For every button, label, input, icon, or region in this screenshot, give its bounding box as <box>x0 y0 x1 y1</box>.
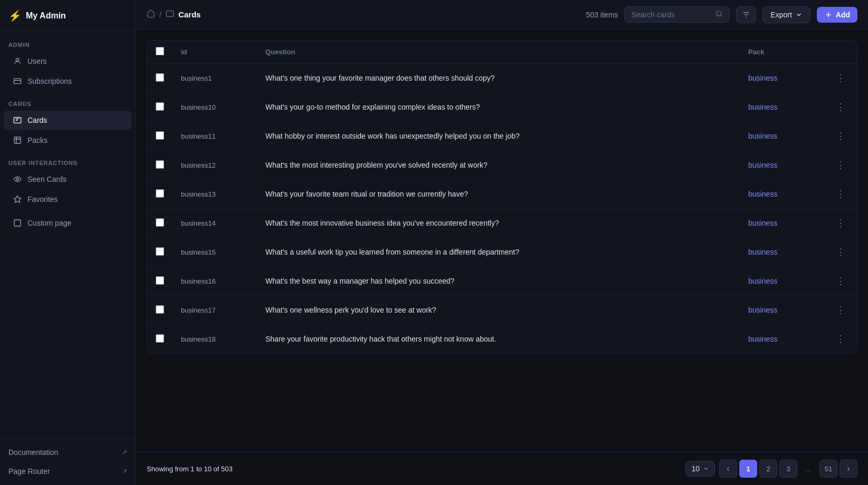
seen-cards-icon <box>13 174 22 184</box>
svg-rect-6 <box>14 220 21 226</box>
row-checkbox-cell <box>147 267 173 296</box>
row-actions-7: ⋮ <box>824 267 857 296</box>
next-page-button[interactable]: › <box>840 460 857 478</box>
row-more-button-0[interactable]: ⋮ <box>833 71 848 85</box>
per-page-select[interactable]: 10 <box>685 461 715 477</box>
row-checkbox-3[interactable] <box>156 160 164 169</box>
row-actions-2: ⋮ <box>824 122 857 151</box>
sidebar-page-router[interactable]: Page Router ↗ <box>0 462 136 481</box>
svg-rect-3 <box>14 137 21 143</box>
subscriptions-icon <box>13 76 22 86</box>
row-question-8: What's one wellness perk you'd love to s… <box>257 296 740 325</box>
pack-link-3[interactable]: business <box>748 161 777 169</box>
pack-link-5[interactable]: business <box>748 219 777 227</box>
row-checkbox-6[interactable] <box>156 247 164 256</box>
row-checkbox-8[interactable] <box>156 305 164 314</box>
pack-link-9[interactable]: business <box>748 335 777 343</box>
row-checkbox-4[interactable] <box>156 189 164 198</box>
logo-icon: ⚡ <box>8 9 22 22</box>
row-id-7: business16 <box>173 267 257 296</box>
page-header: / Cards 503 items Export <box>136 0 868 30</box>
pack-link-7[interactable]: business <box>748 277 777 285</box>
users-icon <box>13 56 22 66</box>
export-button[interactable]: Export <box>762 6 810 23</box>
main-content: / Cards 503 items Export <box>136 0 868 485</box>
row-checkbox-cell <box>147 238 173 267</box>
table-row: business13 What's your favorite team rit… <box>147 180 857 209</box>
page-title: Cards <box>178 10 201 19</box>
svg-marker-5 <box>14 196 21 202</box>
row-checkbox-5[interactable] <box>156 218 164 227</box>
sidebar-item-packs[interactable]: Packs <box>4 131 131 150</box>
row-question-7: What's the best way a manager has helped… <box>257 267 740 296</box>
pack-link-4[interactable]: business <box>748 190 777 198</box>
prev-page-button[interactable]: ‹ <box>719 460 737 478</box>
row-checkbox-9[interactable] <box>156 334 164 343</box>
row-actions-9: ⋮ <box>824 325 857 354</box>
row-id-3: business12 <box>173 151 257 180</box>
pack-link-8[interactable]: business <box>748 306 777 314</box>
filter-button[interactable] <box>736 6 756 23</box>
row-checkbox-1[interactable] <box>156 102 164 111</box>
row-question-2: What hobby or interest outside work has … <box>257 122 740 151</box>
documentation-label: Documentation <box>8 448 58 457</box>
page-dots: ... <box>799 460 817 478</box>
table-row: business12 What's the most interesting p… <box>147 151 857 180</box>
sidebar-item-custom-page[interactable]: Custom page <box>4 214 131 232</box>
row-more-button-7[interactable]: ⋮ <box>833 274 848 288</box>
row-checkbox-2[interactable] <box>156 131 164 140</box>
sidebar-item-cards[interactable]: Cards <box>4 111 131 130</box>
row-more-button-6[interactable]: ⋮ <box>833 245 848 259</box>
row-more-button-2[interactable]: ⋮ <box>833 129 848 143</box>
sidebar-item-cards-label: Cards <box>27 116 47 124</box>
th-id: Id <box>173 41 257 64</box>
row-pack-3: business <box>740 151 824 180</box>
row-pack-4: business <box>740 180 824 209</box>
page-51-button[interactable]: 51 <box>819 460 837 478</box>
sidebar-item-seen-cards[interactable]: Seen Cards <box>4 170 131 189</box>
row-pack-2: business <box>740 122 824 151</box>
app-title: My Admin <box>26 11 66 21</box>
external-link-icon: ↗ <box>122 449 127 456</box>
pack-link-6[interactable]: business <box>748 248 777 256</box>
table-row: business14 What's the most innovative bu… <box>147 209 857 238</box>
pack-link-2[interactable]: business <box>748 132 777 140</box>
row-question-3: What's the most interesting problem you'… <box>257 151 740 180</box>
select-all-checkbox[interactable] <box>156 47 164 55</box>
pack-link-0[interactable]: business <box>748 74 777 82</box>
row-question-1: What's your go-to method for explaining … <box>257 93 740 122</box>
sidebar-item-subscriptions[interactable]: Subscriptions <box>4 72 131 91</box>
pagination-info: Showing from 1 to 10 of 503 <box>147 465 233 473</box>
svg-point-8 <box>717 11 721 16</box>
row-checkbox-7[interactable] <box>156 276 164 285</box>
row-more-button-1[interactable]: ⋮ <box>833 100 848 114</box>
row-checkbox-0[interactable] <box>156 73 164 82</box>
sidebar-item-users-label: Users <box>27 57 47 65</box>
row-more-button-4[interactable]: ⋮ <box>833 187 848 201</box>
table-container: Id Question Pack business1 What's one th… <box>136 30 868 452</box>
row-more-button-8[interactable]: ⋮ <box>833 303 848 317</box>
search-input[interactable] <box>631 11 711 19</box>
row-checkbox-cell <box>147 93 173 122</box>
th-question: Question <box>257 41 740 64</box>
table-row: business17 What's one wellness perk you'… <box>147 296 857 325</box>
th-actions <box>824 41 857 64</box>
page-3-button[interactable]: 3 <box>779 460 797 478</box>
row-actions-6: ⋮ <box>824 238 857 267</box>
sidebar-item-favorites[interactable]: Favorites <box>4 190 131 209</box>
home-breadcrumb[interactable] <box>147 9 155 20</box>
search-box[interactable] <box>624 6 730 23</box>
row-more-button-5[interactable]: ⋮ <box>833 216 848 230</box>
row-pack-5: business <box>740 209 824 238</box>
sidebar-documentation[interactable]: Documentation ↗ <box>0 443 136 462</box>
page-1-button[interactable]: 1 <box>739 460 757 478</box>
sidebar-item-users[interactable]: Users <box>4 52 131 71</box>
row-more-button-9[interactable]: ⋮ <box>833 332 848 346</box>
row-id-5: business14 <box>173 209 257 238</box>
row-more-button-3[interactable]: ⋮ <box>833 158 848 172</box>
user-interactions-label: USER INTERACTIONS <box>0 150 136 169</box>
pack-link-1[interactable]: business <box>748 103 777 111</box>
add-button[interactable]: Add <box>817 7 857 23</box>
page-2-button[interactable]: 2 <box>759 460 777 478</box>
th-checkbox <box>147 41 173 64</box>
